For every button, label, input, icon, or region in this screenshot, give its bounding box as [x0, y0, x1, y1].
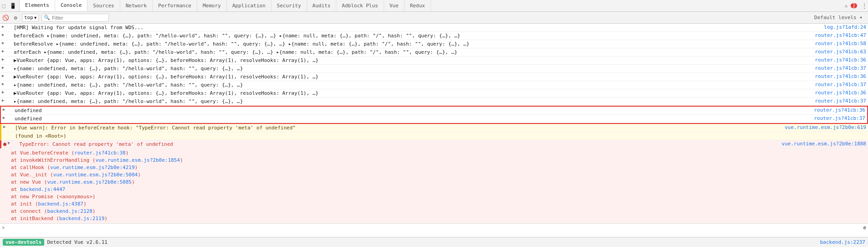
stack-link-5[interactable]: vue.runtime.esm.js?2b0e:5085	[47, 179, 131, 185]
console-source[interactable]: log.js?1afd:24	[820, 24, 866, 30]
console-source[interactable]: router.js?41cb:63	[811, 49, 866, 55]
console-source[interactable]: router.js?41cb:37	[811, 98, 866, 104]
console-source[interactable]: router.js?41cb:58	[811, 41, 866, 46]
stack-link-8[interactable]: backend.js:4387	[38, 201, 83, 207]
console-row-beforeresolve: beforeResolve ▸{name: undefined, meta: {…	[0, 40, 868, 48]
tab-console[interactable]: Console	[55, 0, 87, 11]
clear-console-icon[interactable]: 🚫	[2, 14, 9, 21]
console-source[interactable]: vue.runtime.esm.js?2b0e:619	[781, 124, 866, 130]
console-text: TypeError: Cannot read property 'meta' o…	[13, 141, 778, 148]
filter-eye-icon: 🔍	[44, 15, 50, 21]
context-dropdown[interactable]: top ▼	[22, 14, 39, 22]
console-source[interactable]: router.js?41cb:37	[811, 65, 866, 71]
stack-line-6: at backend.js:4447	[11, 186, 866, 193]
stack-link-1[interactable]: router.js?41cb:38	[74, 150, 126, 156]
console-text: undefined	[8, 115, 810, 122]
expand-icon[interactable]	[3, 115, 8, 120]
console-row-name2: ▸{name: undefined, meta: {…}, path: "/he…	[0, 81, 868, 89]
filter-bar: 🚫 ⚙ top ▼ 🔍 Default levels ▾	[0, 12, 868, 24]
console-source[interactable]: router.js?41cb:47	[811, 32, 866, 38]
console-row-name1: ▸{name: undefined, meta: {…}, path: "/he…	[0, 65, 868, 73]
expand-icon[interactable]	[2, 41, 7, 45]
bottom-bar: vue-devtools Detected Vue v2.6.11 backen…	[0, 237, 868, 247]
stack-link-2[interactable]: vue.runtime.esm.js?2b0e:1854	[95, 157, 180, 163]
console-text: ▸{name: undefined, meta: {…}, path: "/he…	[7, 98, 811, 105]
expand-icon[interactable]	[3, 107, 8, 112]
console-row-undefined2: undefined router.js?41cb:37	[1, 115, 867, 123]
console-text: beforeResolve ▸{name: undefined, meta: {…	[7, 41, 811, 47]
console-source[interactable]: router.js?41cb:36	[811, 73, 866, 79]
stack-line-9: at connect (backend.js:2128)	[11, 208, 866, 215]
badge-count-display: ⚠ 2	[841, 3, 861, 9]
stack-link-4[interactable]: vue.runtime.esm.js?2b0e:5004	[53, 172, 138, 178]
console-source[interactable]: router.js?41cb:36	[811, 57, 866, 63]
tab-audits[interactable]: Audits	[307, 0, 337, 11]
tab-redux[interactable]: Redux	[405, 0, 431, 11]
bottom-source-link[interactable]: backend.js:2237	[820, 239, 865, 245]
console-text: [Vue warn]: Error in beforeCreate hook: …	[9, 124, 781, 131]
expand-icon[interactable]	[3, 124, 9, 129]
console-content: [HMR] Waiting for update signal from WDS…	[0, 24, 868, 237]
expand-icon[interactable]	[2, 73, 7, 78]
tab-memory[interactable]: Memory	[197, 0, 227, 11]
stack-line-1: at Vue.beforeCreate (router.js?41cb:38)	[11, 149, 866, 157]
expand-icon[interactable]	[2, 32, 7, 37]
console-settings-icon[interactable]: ⚙	[12, 14, 19, 21]
console-text: ▸{name: undefined, meta: {…}, path: "/he…	[7, 65, 811, 72]
console-text: (found in <Root>)	[9, 133, 866, 139]
expand-icon[interactable]	[2, 49, 7, 53]
tab-application[interactable]: Application	[227, 0, 272, 11]
prompt-value: e	[863, 225, 866, 231]
stack-line-8: at init (backend.js:4387)	[11, 201, 866, 208]
tab-network[interactable]: Network	[120, 0, 153, 11]
console-text: beforeEach ▸{name: undefined, meta: {…},…	[7, 32, 811, 39]
console-source[interactable]: router.js?41cb:36	[810, 107, 865, 113]
filter-input-wrap: 🔍	[41, 14, 109, 22]
detected-vue-text: Detected Vue v2.6.11	[47, 239, 107, 245]
tab-elements[interactable]: Elements	[20, 0, 55, 11]
console-row-foundinroot: (found in <Root>)	[0, 132, 868, 140]
console-row-undefined1: undefined router.js?41cb:36	[1, 107, 867, 115]
tab-sources[interactable]: Sources	[87, 0, 120, 11]
expand-icon[interactable]	[2, 90, 7, 94]
expand-icon[interactable]	[2, 98, 7, 103]
stack-link-9[interactable]: backend.js:2128	[47, 208, 92, 214]
stack-link-3[interactable]: vue.runtime.esm.js?2b0e:4219	[50, 165, 134, 170]
stack-line-2: at invokeWithErrorHandling (vue.runtime.…	[11, 157, 866, 164]
tab-vue[interactable]: Vue	[384, 0, 405, 11]
tab-adblock[interactable]: Adblock Plus	[336, 0, 384, 11]
more-icon[interactable]: ⋮	[861, 2, 868, 10]
default-levels-dropdown[interactable]: Default levels ▾	[814, 15, 863, 21]
console-row-vuewarn: [Vue warn]: Error in beforeCreate hook: …	[0, 124, 868, 132]
inspect-icon[interactable]: ⬚	[0, 2, 7, 10]
error-dot-icon: ●	[3, 141, 6, 147]
console-prompt-input[interactable]	[7, 225, 863, 231]
console-source[interactable]: router.js?41cb:36	[811, 90, 866, 96]
stack-line-10: at initBackend (backend.js:2119)	[11, 215, 866, 222]
console-source[interactable]: router.js?41cb:37	[811, 82, 866, 87]
tab-bar: ⬚ 📱 Elements Console Sources Network Per…	[0, 0, 868, 12]
console-source[interactable]: router.js?41cb:37	[810, 115, 865, 121]
expand-icon[interactable]	[2, 65, 7, 70]
prompt-icon: >	[2, 225, 7, 231]
expand-icon[interactable]	[2, 24, 7, 29]
stack-link-10[interactable]: backend.js:2119	[59, 216, 104, 221]
console-text: afterEach ▸{name: undefined, meta: {…}, …	[7, 49, 811, 56]
expand-icon[interactable]	[2, 57, 7, 62]
stack-line-7: at new Promise (<anonymous>)	[11, 193, 866, 201]
filter-input[interactable]	[52, 15, 107, 21]
stack-link-6[interactable]: backend.js:4447	[20, 186, 65, 192]
expand-icon[interactable]	[2, 82, 7, 86]
stack-line-4: at Vue._init (vue.runtime.esm.js?2b0e:50…	[11, 171, 866, 179]
mobile-icon[interactable]: 📱	[9, 2, 16, 10]
tab-performance[interactable]: Performance	[153, 0, 197, 11]
expand-icon[interactable]	[7, 141, 13, 145]
console-text: ▶VueRouter {app: Vue, apps: Array(1), op…	[7, 90, 811, 97]
tab-security[interactable]: Security	[272, 0, 307, 11]
console-text: undefined	[8, 107, 810, 114]
console-row-hmr: [HMR] Waiting for update signal from WDS…	[0, 24, 868, 32]
console-text: ▶VueRouter {app: Vue, apps: Array(1), op…	[7, 57, 811, 64]
console-row-vuerouter1: ▶VueRouter {app: Vue, apps: Array(1), op…	[0, 57, 868, 65]
console-row-name3: ▸{name: undefined, meta: {…}, path: "/he…	[0, 98, 868, 106]
console-source[interactable]: vue.runtime.esm.js?2b0e:1888	[778, 141, 866, 147]
